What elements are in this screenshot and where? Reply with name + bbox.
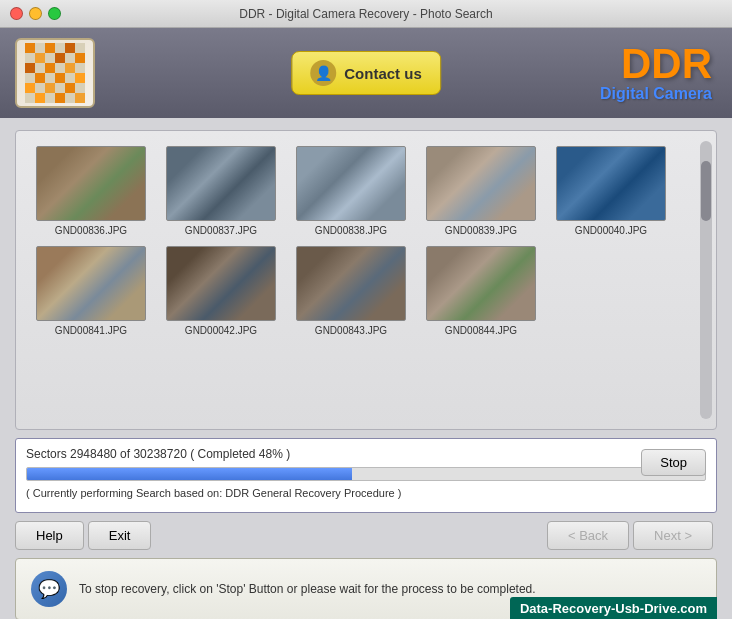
ddr-subtitle: Digital Camera [600,85,712,103]
sector-text: Sectors 2948480 of 30238720 ( Completed … [26,447,706,461]
photo-item[interactable]: GND00839.JPG [421,146,541,236]
title-bar: DDR - Digital Camera Recovery - Photo Se… [0,0,732,28]
progress-bar-background [26,467,706,481]
photo-filename: GND00844.JPG [445,325,517,336]
photo-grid-container: GND00836.JPGGND00837.JPGGND00838.JPGGND0… [15,130,717,430]
photo-thumbnail [166,246,276,321]
photo-filename: GND00843.JPG [315,325,387,336]
logo-checkerboard [25,43,85,103]
contact-button[interactable]: 👤 Contact us [291,51,441,95]
next-button[interactable]: Next > [633,521,713,550]
photo-thumbnail [296,246,406,321]
progress-bar-fill [27,468,352,480]
stop-button[interactable]: Stop [641,449,706,476]
photo-filename: GND00839.JPG [445,225,517,236]
photo-item[interactable]: GND00838.JPG [291,146,411,236]
photo-thumbnail [166,146,276,221]
contact-icon: 👤 [310,60,336,86]
bottom-buttons: Help Exit < Back Next > [15,521,717,550]
scrollbar[interactable] [700,141,712,419]
photo-item[interactable]: GND00841.JPG [31,246,151,336]
photo-item[interactable]: GND00042.JPG [161,246,281,336]
window-title: DDR - Digital Camera Recovery - Photo Se… [239,7,492,21]
photo-item[interactable]: GND00843.JPG [291,246,411,336]
help-button[interactable]: Help [15,521,84,550]
photo-filename: GND00841.JPG [55,325,127,336]
photo-filename: GND00837.JPG [185,225,257,236]
main-content: GND00836.JPGGND00837.JPGGND00838.JPGGND0… [0,118,732,619]
window-controls[interactable] [10,7,61,20]
photo-grid: GND00836.JPGGND00837.JPGGND00838.JPGGND0… [31,146,701,336]
photo-item[interactable]: GND00837.JPG [161,146,281,236]
photo-thumbnail [426,246,536,321]
watermark: Data-Recovery-Usb-Drive.com [510,597,717,619]
progress-status: ( Currently performing Search based on: … [26,487,706,499]
photo-item[interactable]: GND00836.JPG [31,146,151,236]
photo-thumbnail [296,146,406,221]
photo-item[interactable]: GND00844.JPG [421,246,541,336]
photo-thumbnail [426,146,536,221]
photo-filename: GND00836.JPG [55,225,127,236]
close-button[interactable] [10,7,23,20]
photo-item[interactable]: GND00040.JPG [551,146,671,236]
photo-filename: GND00042.JPG [185,325,257,336]
photo-thumbnail [556,146,666,221]
bottom-area: 💬 To stop recovery, click on 'Stop' Butt… [15,558,717,619]
ddr-title: DDR [600,43,712,85]
photo-filename: GND00040.JPG [575,225,647,236]
exit-button[interactable]: Exit [88,521,152,550]
app-logo [15,38,95,108]
maximize-button[interactable] [48,7,61,20]
ddr-logo: DDR Digital Camera [600,43,712,103]
minimize-button[interactable] [29,7,42,20]
photo-thumbnail [36,146,146,221]
contact-label: Contact us [344,65,422,82]
header: 👤 Contact us DDR Digital Camera [0,28,732,118]
info-icon: 💬 [31,571,67,607]
back-button[interactable]: < Back [547,521,629,550]
info-text: To stop recovery, click on 'Stop' Button… [79,582,536,596]
progress-area: Sectors 2948480 of 30238720 ( Completed … [15,438,717,513]
scrollbar-thumb[interactable] [701,161,711,221]
photo-thumbnail [36,246,146,321]
photo-filename: GND00838.JPG [315,225,387,236]
